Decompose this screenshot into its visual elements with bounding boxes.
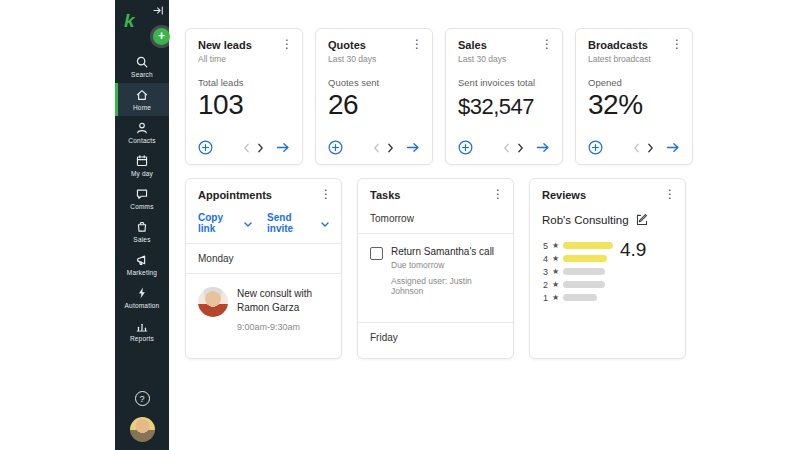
star-icon: ★ xyxy=(552,255,559,263)
edit-icon[interactable] xyxy=(636,214,648,226)
sidebar-item-sales[interactable]: Sales xyxy=(115,215,169,248)
rating-distribution: 4.9 5 ★ 4 ★ 3 ★ 2 ★ xyxy=(542,239,673,304)
arrow-right-icon[interactable] xyxy=(666,142,680,153)
copy-link-label: Copy link xyxy=(198,212,240,234)
metric-value: 26 xyxy=(328,89,420,121)
automation-icon xyxy=(135,286,149,300)
arrow-right-icon[interactable] xyxy=(406,142,420,153)
add-circle-icon[interactable] xyxy=(458,140,473,155)
reviews-card: Reviews ⋮ Rob's Consulting 4.9 5 ★ 4 ★ xyxy=(529,178,686,359)
marketing-icon xyxy=(135,253,149,267)
card-controls xyxy=(588,140,680,155)
sidebar-item-comms[interactable]: Comms xyxy=(115,182,169,215)
card-controls xyxy=(328,140,420,155)
kebab-menu-icon[interactable]: ⋮ xyxy=(281,39,293,49)
chevron-right-icon[interactable] xyxy=(517,143,524,153)
kebab-menu-icon[interactable]: ⋮ xyxy=(664,189,676,199)
kebab-menu-icon[interactable]: ⋮ xyxy=(320,189,332,199)
divider xyxy=(358,233,513,234)
kebab-menu-icon[interactable]: ⋮ xyxy=(671,39,683,49)
card-title: Reviews xyxy=(542,189,586,201)
metric-value: 32% xyxy=(588,89,680,121)
add-circle-icon[interactable] xyxy=(588,140,603,155)
collapse-sidebar-icon[interactable] xyxy=(153,6,164,15)
contacts-icon xyxy=(135,121,149,135)
sidebar-item-home[interactable]: Home xyxy=(115,83,169,116)
quick-add-button[interactable]: + xyxy=(153,28,170,45)
divider xyxy=(186,273,341,274)
appointment-time: 9:00am-9:30am xyxy=(237,322,329,332)
chevron-left-icon[interactable] xyxy=(243,143,250,153)
star-icon: ★ xyxy=(552,268,559,276)
chevron-right-icon[interactable] xyxy=(387,143,394,153)
rating-row: 1 ★ xyxy=(542,291,673,304)
sidebar-item-contacts[interactable]: Contacts xyxy=(115,116,169,149)
card-header: New leads ⋮ xyxy=(198,39,290,51)
card-header: Broadcasts ⋮ xyxy=(588,39,680,51)
task-checkbox[interactable] xyxy=(370,247,383,260)
metric-label: Quotes sent xyxy=(328,77,420,88)
calendar-icon xyxy=(135,154,149,168)
metric-label: Sent invoices total xyxy=(458,77,550,88)
task-details: Return Samantha's call Due tomorrow Assi… xyxy=(391,246,501,296)
tasks-section-label: Tomorrow xyxy=(370,213,501,224)
stat-card-new-leads: New leads ⋮ All time Total leads 103 xyxy=(185,28,303,165)
business-name: Rob's Consulting xyxy=(542,214,629,226)
chevron-right-icon[interactable] xyxy=(257,143,264,153)
copy-link-button[interactable]: Copy link xyxy=(198,212,252,234)
card-header: Tasks ⋮ xyxy=(370,189,501,201)
appointments-card: Appointments ⋮ Copy link Send invite Mon… xyxy=(185,178,342,359)
sidebar-nav: Search Home Contacts My day Comms Sales xyxy=(115,50,169,347)
arrow-right-icon[interactable] xyxy=(276,142,290,153)
sidebar: k + Search Home Contacts My day Comms xyxy=(115,0,169,450)
sidebar-item-reports[interactable]: Reports xyxy=(115,314,169,347)
stat-card-quotes: Quotes ⋮ Last 30 days Quotes sent 26 xyxy=(315,28,433,165)
kebab-menu-icon[interactable]: ⋮ xyxy=(411,39,423,49)
chevron-right-icon[interactable] xyxy=(647,143,654,153)
chevron-down-icon xyxy=(244,218,252,229)
appointment-title: New consult with Ramon Garza xyxy=(237,287,329,314)
chevron-left-icon[interactable] xyxy=(633,143,640,153)
add-circle-icon[interactable] xyxy=(328,140,343,155)
send-invite-button[interactable]: Send invite xyxy=(267,212,329,234)
rating-label: 5 xyxy=(542,241,548,251)
review-score: 4.9 xyxy=(620,239,646,261)
chevron-left-icon[interactable] xyxy=(503,143,510,153)
business-row: Rob's Consulting xyxy=(542,214,673,226)
card-controls xyxy=(198,140,290,155)
metric-value: $32,547 xyxy=(458,94,550,120)
review-bar-2 xyxy=(563,281,605,288)
sidebar-item-marketing[interactable]: Marketing xyxy=(115,248,169,281)
sidebar-item-label: Home xyxy=(133,104,151,111)
star-icon: ★ xyxy=(552,242,559,250)
review-bar-4 xyxy=(563,255,607,262)
task-item[interactable]: Return Samantha's call Due tomorrow Assi… xyxy=(370,246,501,296)
search-icon xyxy=(135,55,149,69)
kebab-menu-icon[interactable]: ⋮ xyxy=(492,189,504,199)
comms-icon xyxy=(135,187,149,201)
rating-row: 4 ★ xyxy=(542,252,673,265)
review-bar-5 xyxy=(563,242,613,249)
card-controls xyxy=(458,140,550,155)
sidebar-item-automation[interactable]: Automation xyxy=(115,281,169,314)
sidebar-item-search[interactable]: Search xyxy=(115,50,169,83)
appointment-item[interactable]: New consult with Ramon Garza 9:00am-9:30… xyxy=(198,287,329,332)
rating-label: 2 xyxy=(542,280,548,290)
card-header: Appointments ⋮ xyxy=(198,189,329,201)
kebab-menu-icon[interactable]: ⋮ xyxy=(541,39,553,49)
send-invite-label: Send invite xyxy=(267,212,317,234)
sidebar-item-my-day[interactable]: My day xyxy=(115,149,169,182)
help-icon: ? xyxy=(139,394,144,404)
task-due: Due tomorrow xyxy=(391,260,501,270)
arrow-right-icon[interactable] xyxy=(536,142,550,153)
keap-logo: k xyxy=(124,10,135,32)
user-avatar[interactable] xyxy=(130,417,155,442)
card-subtitle: Last 30 days xyxy=(458,54,550,64)
help-button[interactable]: ? xyxy=(135,391,150,406)
rating-label: 4 xyxy=(542,254,548,264)
add-circle-icon[interactable] xyxy=(198,140,213,155)
contact-avatar xyxy=(198,287,228,317)
rating-label: 1 xyxy=(542,293,548,303)
divider xyxy=(358,322,513,323)
chevron-left-icon[interactable] xyxy=(373,143,380,153)
